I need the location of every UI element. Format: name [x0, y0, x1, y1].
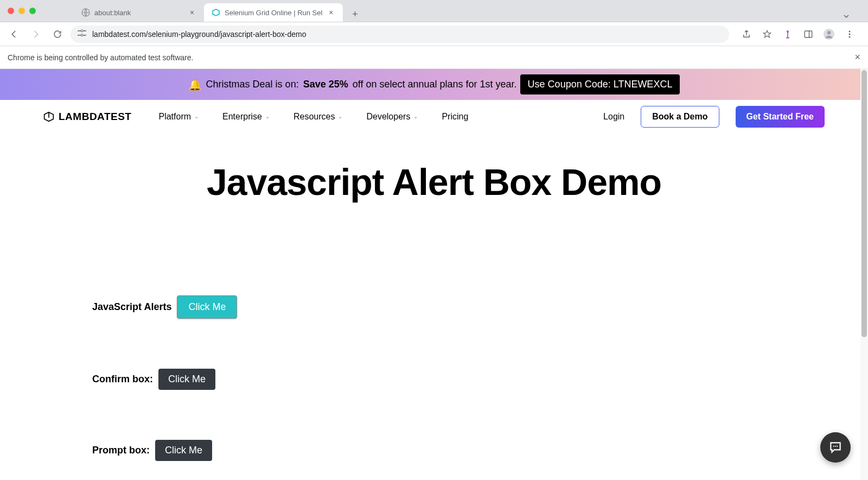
close-window-button[interactable]: [8, 8, 14, 14]
maximize-window-button[interactable]: [29, 8, 36, 14]
svg-rect-6: [83, 35, 86, 36]
lambdatest-logo-icon: [43, 111, 54, 122]
automation-message: Chrome is being controlled by automated …: [8, 53, 193, 62]
nav-items: Platform ⌄ Enterprise ⌄ Resources ⌄ Deve…: [158, 112, 468, 122]
svg-point-11: [827, 31, 831, 34]
browser-tab-2[interactable]: Selenium Grid Online | Run Sel ×: [204, 3, 343, 22]
demo-row-confirm: Confirm box: Click Me: [92, 369, 776, 390]
svg-point-16: [833, 446, 834, 447]
coupon-code: Use Coupon Code: LTNEWEXCL: [520, 74, 680, 94]
tab-title: Selenium Grid Online | Run Sel: [225, 9, 322, 17]
get-started-button[interactable]: Get Started Free: [736, 106, 825, 128]
logo[interactable]: LAMBDATEST: [43, 111, 131, 123]
url-text: lambdatest.com/selenium-playground/javas…: [92, 30, 307, 39]
browser-tabs: about:blank × Selenium Grid Online | Run…: [74, 0, 860, 22]
reload-button[interactable]: [49, 26, 66, 43]
share-icon[interactable]: [738, 26, 755, 43]
header-actions: Login Book a Demo Get Started Free: [603, 106, 825, 128]
svg-marker-1: [213, 9, 219, 16]
globe-icon: [81, 8, 90, 17]
close-banner-icon[interactable]: ×: [854, 52, 860, 63]
svg-point-7: [81, 34, 83, 36]
menu-icon[interactable]: [841, 26, 858, 43]
forward-button[interactable]: [27, 26, 44, 43]
nav-resources[interactable]: Resources ⌄: [293, 112, 342, 122]
chat-widget-button[interactable]: [820, 432, 851, 463]
promo-banner[interactable]: 🔔 Christmas Deal is on: Save 25% off on …: [0, 69, 868, 100]
profile-icon[interactable]: [820, 26, 838, 43]
svg-point-14: [849, 36, 851, 37]
url-bar[interactable]: lambdatest.com/selenium-playground/javas…: [71, 26, 729, 43]
click-me-prompt-button[interactable]: Click Me: [155, 440, 212, 461]
automation-banner: Chrome is being controlled by automated …: [0, 46, 868, 69]
chevron-down-icon: ⌄: [413, 113, 418, 119]
svg-rect-2: [78, 30, 81, 31]
login-link[interactable]: Login: [603, 112, 624, 122]
svg-point-12: [849, 30, 851, 32]
toolbar-icons: [733, 26, 863, 43]
tab-overflow-button[interactable]: [832, 12, 860, 22]
chevron-down-icon: ⌄: [338, 113, 342, 119]
click-me-alert-button[interactable]: Click Me: [177, 295, 237, 319]
site-settings-icon[interactable]: [77, 29, 87, 39]
bell-icon: 🔔: [188, 78, 202, 91]
nav-pricing[interactable]: Pricing: [442, 112, 468, 122]
logo-text: LAMBDATEST: [59, 111, 131, 123]
svg-point-17: [835, 446, 836, 447]
svg-rect-3: [83, 30, 86, 31]
traffic-lights: [8, 8, 36, 14]
header-nav: LAMBDATEST Platform ⌄ Enterprise ⌄ Resou…: [0, 100, 868, 134]
svg-rect-8: [805, 31, 812, 37]
deal-text: 🔔 Christmas Deal is on: Save 25% off on …: [188, 78, 517, 91]
click-me-confirm-button[interactable]: Click Me: [158, 369, 215, 390]
nav-developers[interactable]: Developers ⌄: [366, 112, 418, 122]
svg-point-13: [849, 33, 851, 35]
nav-platform[interactable]: Platform ⌄: [158, 112, 199, 122]
nav-enterprise[interactable]: Enterprise ⌄: [222, 112, 270, 122]
browser-tab-1[interactable]: about:blank ×: [74, 3, 204, 22]
chevron-down-icon: ⌄: [194, 113, 199, 119]
sidepanel-icon[interactable]: [800, 26, 817, 43]
scrollbar-track[interactable]: [860, 69, 868, 480]
bookmark-star-icon[interactable]: [758, 26, 776, 43]
chevron-down-icon: ⌄: [265, 113, 270, 119]
demo-label: JavaScript Alerts: [92, 301, 171, 313]
demo-row-prompt: Prompt box: Click Me: [92, 440, 776, 461]
tab-title: about:blank: [94, 9, 183, 17]
scrollbar-thumb[interactable]: [861, 70, 867, 337]
close-tab-icon[interactable]: ×: [327, 8, 335, 17]
svg-point-4: [81, 30, 83, 32]
main-content: Javascript Alert Box Demo JavaScript Ale…: [0, 134, 868, 480]
window-title-bar: about:blank × Selenium Grid Online | Run…: [0, 0, 868, 22]
address-bar: lambdatest.com/selenium-playground/javas…: [0, 22, 868, 46]
minimize-window-button[interactable]: [18, 8, 25, 14]
demo-label: Prompt box:: [92, 445, 150, 456]
svg-rect-5: [78, 35, 81, 36]
page-title: Javascript Alert Box Demo: [92, 161, 776, 203]
svg-point-18: [837, 446, 838, 447]
back-button[interactable]: [5, 26, 23, 43]
close-tab-icon[interactable]: ×: [188, 8, 196, 17]
lambdatest-favicon: [212, 8, 220, 17]
extensions-icon[interactable]: [779, 26, 796, 43]
new-tab-button[interactable]: +: [347, 7, 362, 22]
page-viewport: 🔔 Christmas Deal is on: Save 25% off on …: [0, 69, 868, 480]
demo-label: Confirm box:: [92, 374, 153, 385]
demo-row-alerts: JavaScript Alerts Click Me: [92, 295, 776, 319]
book-demo-button[interactable]: Book a Demo: [641, 106, 719, 128]
